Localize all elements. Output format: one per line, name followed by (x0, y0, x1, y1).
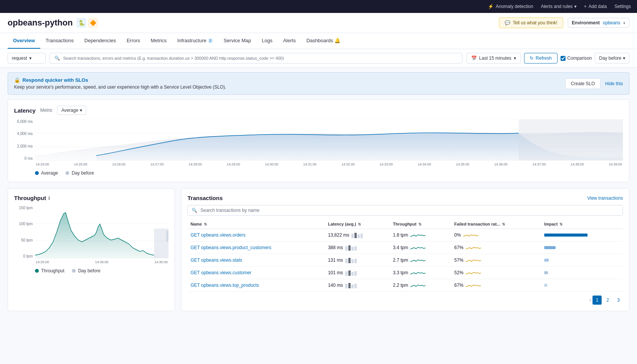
comparison-label: Comparison (567, 56, 592, 61)
tx-name-link[interactable]: GET opbeans.views.top_products (191, 283, 259, 288)
tx-name-link[interactable]: GET opbeans.views.customer (191, 270, 251, 275)
spark-line-icon (466, 245, 481, 251)
tab-dependencies[interactable]: Dependencies (79, 33, 121, 49)
tab-infrastructure[interactable]: Infrastructure β (172, 33, 218, 49)
col-latency[interactable]: Latency (avg.) ⇅ (325, 219, 390, 229)
legend-avg-dot (35, 171, 39, 175)
tx-name-link[interactable]: GET opbeans.views.product_customers (191, 245, 272, 250)
tp-y-50: 50 tpm (14, 238, 33, 242)
header-left: opbeans-python 🐍 🔶 (8, 18, 98, 28)
chart-drag-handle[interactable] (166, 230, 168, 242)
svg-rect-12 (345, 246, 348, 251)
throughput-y-axis: 150 tpm 100 tpm 50 tpm 0 tpm (14, 206, 35, 267)
tx-name-link[interactable]: GET opbeans.views.orders (191, 232, 246, 238)
slo-banner: 🔒 Respond quicker with SLOs Keep your se… (8, 72, 629, 95)
create-slo-button[interactable]: Create SLO (565, 78, 600, 89)
tx-failed-cell: 57% (451, 254, 541, 267)
anomaly-detection-link[interactable]: ⚡ Anomaly detection (488, 4, 533, 9)
hide-button[interactable]: Hide this (605, 81, 623, 86)
spark-line-icon (410, 282, 426, 288)
throughput-legend: Throughput Day before (14, 268, 168, 273)
refresh-icon: ↻ (530, 56, 534, 61)
type-select[interactable]: request ▾ (8, 53, 46, 64)
alerts-rules-dropdown[interactable]: Alerts and rules ▾ (541, 4, 576, 9)
speech-icon: 💬 (505, 20, 510, 25)
tp-y-150: 150 tpm (14, 206, 33, 210)
day-before-select[interactable]: Day before ▾ (595, 53, 629, 64)
svg-rect-27 (354, 284, 357, 288)
table-row: GET opbeans.views.top_products 140 ms 2.… (187, 279, 623, 292)
info-icon[interactable]: ℹ (48, 196, 50, 201)
prev-page-button[interactable]: ‹ (589, 297, 591, 303)
page-2-button[interactable]: 2 (603, 296, 612, 305)
tab-alerts[interactable]: Alerts (278, 33, 301, 49)
y-label-2000: 2,000 ms (14, 144, 33, 148)
nav-tabs: Overview Transactions Dependencies Error… (0, 33, 637, 49)
table-row: GET opbeans.views.customer 101 ms 3.3 tp… (187, 267, 623, 279)
tp-legend-label: Throughput (41, 268, 64, 273)
slo-banner-content: 🔒 Respond quicker with SLOs Keep your se… (14, 77, 226, 90)
spark-line-icon (410, 270, 426, 276)
tab-dashboards[interactable]: Dashboards 🔔 (301, 33, 346, 49)
tab-logs[interactable]: Logs (256, 33, 278, 49)
sort-throughput-icon: ⇅ (418, 222, 421, 226)
svg-rect-11 (361, 234, 363, 238)
page-1-button[interactable]: 1 (593, 296, 602, 305)
col-failed-rate[interactable]: Failed transaction rat... ⇅ (451, 219, 541, 229)
tab-errors[interactable]: Errors (121, 33, 145, 49)
tx-throughput-cell: 2.7 tpm (390, 254, 451, 267)
comparison-highlight (519, 119, 623, 161)
view-transactions-link[interactable]: View transactions (587, 196, 623, 201)
tx-impact-cell (541, 279, 623, 292)
tab-transactions[interactable]: Transactions (40, 33, 79, 49)
transaction-search[interactable]: 🔍 Search transactions by name (187, 205, 623, 216)
latency-chart-header: Latency Metric Average ▾ (14, 106, 623, 115)
env-chevron-icon: ▾ (623, 21, 625, 25)
comparison-checkbox-group: Comparison (561, 56, 592, 61)
col-name[interactable]: Name ⇅ (187, 219, 325, 229)
tab-service-map[interactable]: Service Map (218, 33, 256, 49)
throughput-svg-container: 14:25:00 14:30:00 14:35:00 (35, 206, 168, 267)
search-bar[interactable]: 🔍 Search transactions, errors and metric… (49, 53, 462, 64)
latency-chart-svg-container: 14:24:0014:25:0014:26:0014:27:00 14:28:0… (35, 119, 623, 169)
col-throughput[interactable]: Throughput ⇅ (390, 219, 451, 229)
throughput-value: 2.2 tpm (393, 283, 408, 288)
settings-label: Settings (615, 4, 631, 9)
feedback-label: Tell us what you think! (513, 20, 557, 25)
spark-line-icon (466, 282, 481, 288)
page-3-button[interactable]: 3 (614, 296, 623, 305)
settings-link[interactable]: Settings (615, 4, 631, 9)
tx-name-cell: GET opbeans.views.orders (187, 229, 325, 242)
latency-value: 13,822 ms (328, 232, 349, 238)
impact-bar (544, 271, 548, 274)
tx-name-link[interactable]: GET opbeans.views.stats (191, 258, 242, 263)
opbeans-icon: 🔶 (88, 18, 98, 28)
throughput-header: Throughput ℹ (14, 195, 168, 201)
comparison-checkbox[interactable] (561, 56, 566, 61)
tp-legend-day-before: Day before (72, 268, 100, 273)
svg-rect-19 (354, 259, 357, 263)
bottom-grid: Throughput ℹ 150 tpm 100 tpm 50 tpm 0 tp… (8, 188, 629, 311)
latency-y-axis: 6,000 ms 4,000 ms 2,000 ms 0 ms (14, 119, 35, 169)
svg-rect-14 (351, 247, 354, 251)
impact-bar (544, 246, 556, 249)
tx-impact-cell (541, 229, 623, 242)
tx-name-cell: GET opbeans.views.customer (187, 267, 325, 279)
feedback-button[interactable]: 💬 Tell us what you think! (499, 17, 563, 28)
slo-banner-title: 🔒 Respond quicker with SLOs (14, 77, 226, 83)
time-range-button[interactable]: 📅 Last 15 minutes ▾ (466, 53, 521, 64)
environment-selector[interactable]: Environment opbeans ▾ (568, 18, 629, 28)
impact-bar (544, 259, 549, 262)
tx-latency-cell: 131 ms (325, 254, 390, 267)
throughput-value: 1.8 tpm (393, 232, 408, 238)
tab-metrics[interactable]: Metrics (145, 33, 172, 49)
tab-overview[interactable]: Overview (8, 33, 40, 49)
type-value: request (12, 56, 27, 61)
add-data-link[interactable]: + Add data (584, 4, 607, 9)
tp-y-0: 0 tpm (14, 254, 33, 258)
metric-select[interactable]: Average ▾ (57, 106, 86, 115)
col-impact[interactable]: Impact ⇅ (541, 219, 623, 229)
refresh-button[interactable]: ↻ Refresh (524, 53, 558, 64)
tx-latency-cell: 13,822 ms (325, 229, 390, 242)
environment-value: opbeans (603, 20, 620, 25)
